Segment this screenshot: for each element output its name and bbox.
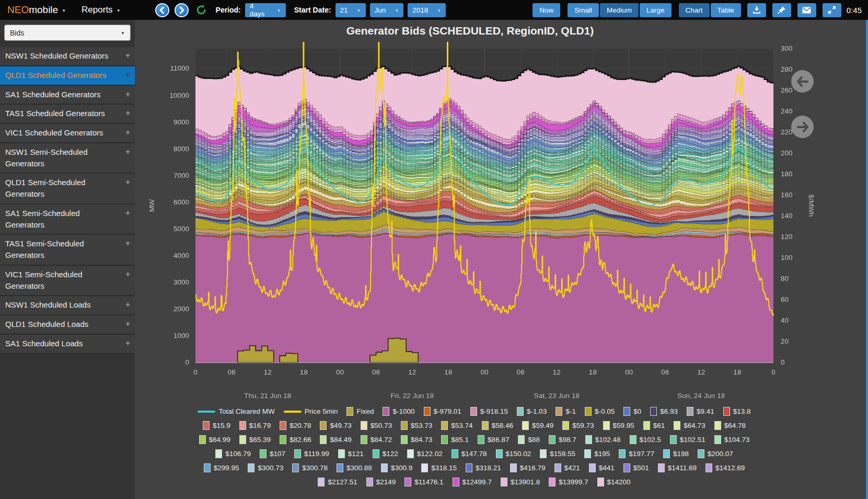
legend-item[interactable]: $159.55	[540, 449, 575, 458]
sidebar-item[interactable]: SA1 Scheduled Generators+	[0, 86, 135, 105]
legend-item[interactable]: $102.5	[630, 435, 661, 444]
legend-item[interactable]: $300.88	[337, 463, 372, 472]
legend-item[interactable]: $300.78	[292, 463, 328, 472]
legend-item[interactable]: $59.95	[603, 421, 634, 430]
sidebar-item[interactable]: TAS1 Scheduled Generators+	[0, 105, 135, 124]
legend-item[interactable]: $64.73	[674, 421, 705, 430]
legend-item[interactable]: $84.72	[361, 435, 392, 444]
legend-item[interactable]: $102.51	[670, 435, 705, 444]
legend-item[interactable]: $20.78	[280, 421, 311, 430]
legend-item[interactable]: $1412.69	[705, 463, 745, 472]
expand-plus-icon[interactable]: +	[125, 107, 130, 119]
legend-item[interactable]: $300.9	[381, 463, 412, 472]
back-button[interactable]	[155, 3, 169, 17]
legend-item[interactable]: $-0.05	[585, 407, 615, 416]
legend-item[interactable]: $200.07	[698, 449, 733, 458]
size-small-button[interactable]: Small	[568, 3, 599, 17]
legend-item[interactable]: Price 5min	[284, 407, 338, 416]
legend-item[interactable]: $197.77	[619, 449, 654, 458]
legend-item[interactable]: $64.99	[199, 435, 230, 444]
legend-item[interactable]: $16.79	[239, 421, 271, 430]
sidebar-item[interactable]: SA1 Scheduled Loads+	[0, 335, 135, 354]
legend-item[interactable]: $82.66	[280, 435, 311, 444]
fullscreen-button[interactable]	[823, 3, 841, 17]
start-month-select[interactable]: Jun ▼	[370, 3, 404, 17]
legend-item[interactable]: $6.93	[650, 407, 678, 416]
legend-item[interactable]: $0	[623, 407, 641, 416]
legend-item[interactable]: $58.46	[482, 421, 513, 430]
legend-item[interactable]: Fixed	[346, 407, 374, 416]
sidebar-item[interactable]: TAS1 Semi-Scheduled Generators+	[0, 235, 135, 266]
legend-item[interactable]: $14200	[597, 478, 631, 486]
legend-item[interactable]: $53.74	[441, 421, 472, 430]
refresh-button[interactable]	[195, 4, 207, 16]
sidebar-item[interactable]: NSW1 Semi-Scheduled Generators+	[0, 143, 135, 174]
legend-item[interactable]: $98.7	[549, 435, 576, 444]
sidebar-item[interactable]: QLD1 Scheduled Loads+	[0, 315, 135, 335]
size-medium-button[interactable]: Medium	[600, 3, 639, 17]
legend-item[interactable]: $121	[338, 449, 364, 458]
legend-item[interactable]: Total Cleared MW	[198, 407, 274, 416]
legend-item[interactable]: $102.48	[585, 435, 621, 444]
legend-item[interactable]: $-1000	[383, 407, 414, 416]
expand-plus-icon[interactable]: +	[125, 69, 130, 81]
legend-item[interactable]: $299.95	[204, 463, 239, 472]
legend-item[interactable]: $49.73	[320, 421, 351, 430]
legend-item[interactable]: $11476.1	[404, 478, 443, 486]
legend-item[interactable]: $501	[623, 463, 649, 472]
legend-item[interactable]: $-1	[555, 407, 576, 416]
reports-menu[interactable]: Reports ▼	[82, 5, 120, 15]
legend-item[interactable]: $53.73	[401, 421, 432, 430]
expand-plus-icon[interactable]: +	[125, 318, 130, 330]
report-type-select[interactable]: Bids ▼	[4, 25, 131, 41]
legend-item[interactable]: $85.1	[441, 435, 469, 444]
legend-item[interactable]: $106.79	[215, 449, 251, 458]
legend-item[interactable]: $2127.51	[318, 478, 357, 486]
legend-item[interactable]: $195	[584, 449, 610, 458]
size-large-button[interactable]: Large	[640, 3, 672, 17]
expand-plus-icon[interactable]: +	[125, 88, 130, 100]
view-table-button[interactable]: Table	[711, 3, 741, 17]
start-day-select[interactable]: 21 ▼	[335, 3, 366, 17]
legend-item[interactable]: $122.02	[407, 449, 443, 458]
expand-plus-icon[interactable]: +	[125, 299, 130, 310]
expand-plus-icon[interactable]: +	[125, 127, 130, 138]
legend-item[interactable]: $416.79	[510, 463, 546, 472]
scroll-right-button[interactable]	[791, 116, 814, 138]
expand-plus-icon[interactable]: +	[125, 176, 130, 188]
period-select[interactable]: 4 days ▼	[245, 3, 286, 17]
legend-item[interactable]: $12499.7	[453, 478, 492, 486]
expand-plus-icon[interactable]: +	[125, 337, 130, 349]
legend-item[interactable]: $64.78	[714, 421, 746, 430]
legend-item[interactable]: $9.41	[687, 407, 714, 416]
legend-item[interactable]: $15.9	[203, 421, 230, 430]
legend-item[interactable]: $-918.15	[470, 407, 508, 416]
sidebar-item[interactable]: QLD1 Semi-Scheduled Generators+	[0, 174, 135, 205]
expand-plus-icon[interactable]: +	[125, 268, 130, 280]
download-button[interactable]	[747, 3, 766, 17]
start-year-select[interactable]: 2018 ▼	[408, 3, 446, 17]
legend-item[interactable]: $318.21	[466, 463, 501, 472]
legend-item[interactable]: $65.39	[239, 435, 271, 444]
forward-button[interactable]	[175, 3, 189, 17]
legend-item[interactable]: $150.02	[496, 449, 531, 458]
legend-item[interactable]: $318.15	[421, 463, 457, 472]
app-brand[interactable]: NEOmobile ▼	[7, 4, 66, 16]
sidebar-item[interactable]: NSW1 Scheduled Generators+	[0, 47, 135, 66]
legend-item[interactable]: $421	[554, 463, 580, 472]
expand-plus-icon[interactable]: +	[125, 146, 130, 157]
now-button[interactable]: Now	[533, 3, 560, 17]
legend-item[interactable]: $122	[373, 449, 398, 458]
legend-item[interactable]: $441	[589, 463, 615, 472]
legend-item[interactable]: $84.49	[320, 435, 351, 444]
sidebar-item[interactable]: SA1 Semi-Scheduled Generators+	[0, 205, 135, 235]
expand-plus-icon[interactable]: +	[125, 207, 130, 219]
legend-item[interactable]: $107	[260, 449, 285, 458]
expand-plus-icon[interactable]: +	[125, 50, 130, 61]
legend-item[interactable]: $147.78	[452, 449, 487, 458]
legend-item[interactable]: $300.73	[248, 463, 283, 472]
legend-item[interactable]: $50.73	[361, 421, 392, 430]
legend-item[interactable]: $119.99	[294, 449, 329, 458]
legend-item[interactable]: $13999.7	[549, 478, 588, 486]
email-button[interactable]	[797, 3, 816, 17]
